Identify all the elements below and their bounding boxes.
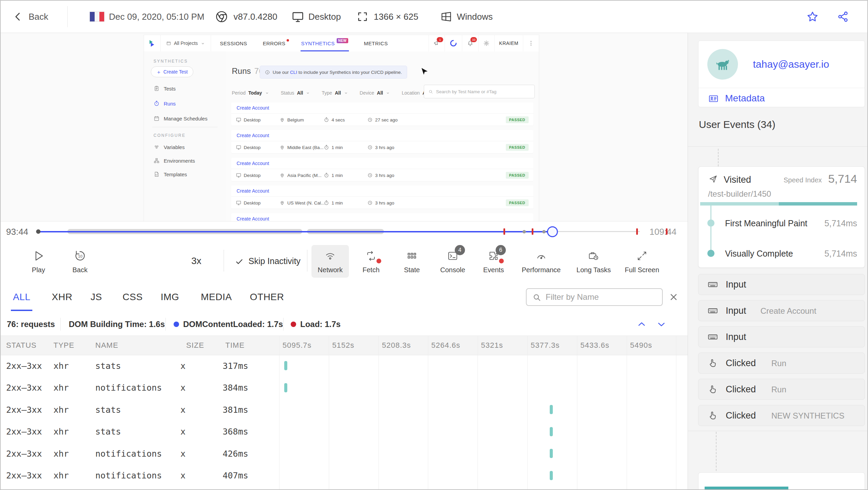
event-label: Clicked — [726, 358, 756, 369]
clicked-event-card[interactable]: ClickedNEW SYNTHETICS — [698, 405, 865, 426]
timeline-error-marker[interactable] — [503, 228, 505, 235]
sidebar-item-tests[interactable]: Tests — [154, 85, 176, 92]
clicked-event-card[interactable]: ClickedRun — [698, 379, 865, 400]
network-request-row[interactable]: 2xx–3xxxhrstatsx381ms — [1, 399, 688, 421]
toggle-state-button[interactable]: State — [393, 245, 431, 278]
run-details-row[interactable]: DesktopUS West (N. Cal...1 min3 hrs agoP… — [231, 197, 533, 209]
toggle-network-button[interactable]: Network — [311, 245, 349, 278]
run-test-name-link[interactable]: Create Account — [231, 185, 533, 197]
sidebar-item-environments[interactable]: Environments — [154, 158, 195, 164]
user-email-link[interactable]: tahay@asayer.io — [753, 59, 829, 70]
timeline-event-dot[interactable] — [523, 230, 526, 233]
notifications-button[interactable]: 33 — [462, 35, 478, 51]
console-icon: 4 — [446, 249, 460, 263]
network-request-row[interactable]: 2xx–3xxxhrnotificationsx407ms — [1, 465, 688, 487]
metric-connector-line — [710, 206, 711, 253]
visually-complete-value: 5,714ms — [824, 249, 857, 259]
create-test-button[interactable]: Create Test — [151, 66, 193, 77]
collapse-up-icon[interactable] — [637, 319, 647, 329]
sidebar-item-manage-schedules[interactable]: Manage Schedules — [154, 115, 207, 121]
network-request-row[interactable]: 2xx–3xxxhrstatsx317ms — [1, 355, 688, 377]
timeline-error-marker[interactable] — [666, 228, 668, 235]
app-tab-errors[interactable]: ERRORS — [263, 35, 286, 51]
visited-event-card[interactable]: Visited Speed Index 5,714 /test-builder/… — [698, 166, 865, 268]
filter-status[interactable]: StatusAll — [281, 90, 310, 96]
sidebar-item-templates[interactable]: Templates — [154, 171, 187, 177]
cli-link[interactable]: CLI — [290, 70, 297, 75]
sidebar-item-variables[interactable]: Variables — [154, 144, 184, 150]
input-event-card[interactable]: Input — [698, 274, 865, 295]
sidebar-section-configure: CONFIGURE — [154, 133, 186, 138]
back-10s-button[interactable]: 10 Back — [61, 245, 99, 278]
network-tab-media[interactable]: MEDIA — [201, 280, 232, 314]
favorite-star-icon[interactable] — [806, 1, 819, 33]
toggle-fetch-button[interactable]: Fetch — [352, 245, 390, 278]
cell-type: xhr — [53, 355, 69, 377]
event-label: Clicked — [726, 384, 756, 395]
network-tab-xhr[interactable]: XHR — [52, 280, 73, 314]
metadata-button[interactable]: Metadata — [708, 93, 765, 104]
announcement-badge: 1 — [437, 37, 443, 42]
run-test-name-link[interactable]: Create Account — [231, 213, 533, 221]
network-request-row[interactable]: 2xx–3xxxhrstatsx368ms — [1, 421, 688, 443]
toggle-full-screen-button[interactable]: Full Screen — [623, 245, 661, 278]
network-tab-all[interactable]: ALL — [13, 280, 30, 314]
skip-inactivity-toggle[interactable]: Skip Inactivity — [235, 242, 301, 280]
id-card-icon — [708, 93, 719, 104]
project-selector[interactable]: All Projects — [160, 35, 211, 51]
run-test-name-link[interactable]: Create Account — [231, 158, 533, 169]
expand-down-icon[interactable] — [656, 319, 666, 329]
red-dot-icon — [291, 322, 296, 327]
clicked-event-card[interactable]: ClickedRun — [698, 353, 865, 374]
filter-period[interactable]: PeriodToday — [232, 90, 269, 96]
event-label: Clicked — [726, 410, 756, 421]
toggle-performance-button[interactable]: Performance — [523, 245, 560, 278]
play-button[interactable]: Play — [20, 245, 57, 278]
filter-type[interactable]: TypeAll — [322, 90, 348, 96]
runs-search-input[interactable]: Search by Test Name or #Tag — [424, 85, 535, 98]
timeline-playhead[interactable] — [547, 226, 558, 237]
app-tab-metrics[interactable]: METRICS — [364, 35, 388, 51]
run-details-row[interactable]: DesktopMiddle East (Ba...1 min3 hrs agoP… — [231, 141, 533, 153]
back-button[interactable]: Back — [12, 1, 48, 33]
fmp-value: 5,714ms — [824, 218, 857, 228]
app-tab-sessions[interactable]: SESSIONS — [220, 35, 247, 51]
timeline-error-marker[interactable] — [636, 228, 638, 235]
toggle-long-tasks-button[interactable]: Long Tasks — [575, 245, 612, 278]
network-tab-img[interactable]: IMG — [161, 280, 179, 314]
next-visited-card-partial[interactable] — [698, 472, 865, 490]
network-request-row[interactable]: 2xx–3xxxhrnotificationsx384ms — [1, 377, 688, 399]
input-event-card[interactable]: InputCreate Account — [698, 300, 865, 321]
error-dot-icon — [287, 39, 289, 42]
toggle-console-button[interactable]: 4Console — [434, 245, 471, 278]
share-icon[interactable] — [837, 1, 850, 33]
more-menu-button[interactable] — [523, 35, 539, 51]
timeline-event-dot[interactable] — [542, 230, 546, 233]
user-menu[interactable]: KRAIEM — [494, 35, 523, 51]
playback-speed-button[interactable]: 3x — [191, 242, 202, 280]
network-tab-css[interactable]: CSS — [123, 280, 143, 314]
column-header-name: NAME — [95, 336, 118, 355]
run-details-row[interactable]: DesktopAsia Pacific (M...1 min3 hrs agoP… — [231, 169, 533, 181]
network-tab-js[interactable]: JS — [91, 280, 102, 314]
network-request-row[interactable]: 2xx–3xxxhrnotificationsx426ms — [1, 443, 688, 464]
run-test-name-link[interactable]: Create Account — [231, 130, 533, 141]
network-filter-input[interactable]: Filter by Name — [526, 288, 663, 306]
filter-device[interactable]: DeviceAll — [360, 90, 390, 96]
settings-button[interactable] — [478, 35, 494, 51]
app-tab-synthetics[interactable]: SYNTHETICSNEW — [301, 35, 349, 51]
announcements-button[interactable]: 1 — [429, 35, 445, 51]
timeline-error-marker[interactable] — [532, 228, 533, 235]
fetch-icon — [364, 249, 378, 263]
keyboard-icon — [707, 331, 718, 342]
run-details-row[interactable]: DesktopBelgium4 secs27 sec agoPASSED — [231, 114, 533, 126]
toggle-events-button[interactable]: 6Events — [475, 245, 512, 278]
network-tab-other[interactable]: OTHER — [250, 280, 284, 314]
sidebar-item-runs[interactable]: Runs — [154, 100, 176, 107]
cell-type: xhr — [53, 465, 69, 487]
close-panel-icon[interactable] — [669, 292, 679, 302]
timeline-progress[interactable] — [38, 231, 552, 232]
event-value: Create Account — [760, 306, 816, 316]
input-event-card[interactable]: Input — [698, 326, 865, 347]
run-test-name-link[interactable]: Create Account — [231, 102, 533, 114]
